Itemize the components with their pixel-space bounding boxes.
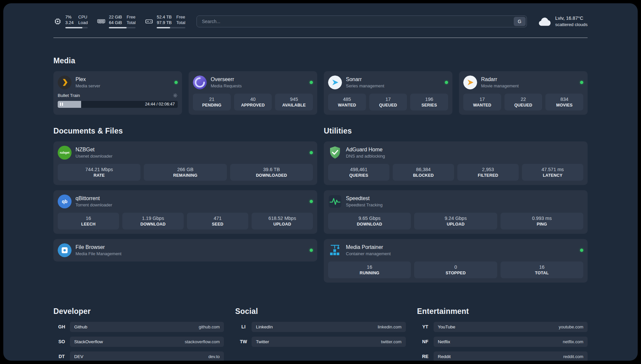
system-metrics: 7% 3.24 CPU Load — [53, 15, 185, 28]
bookmark-abbr: TW — [235, 339, 252, 344]
stat-tile: 945 AVAILABLE — [275, 94, 313, 110]
bookmark-name: LinkedIn — [256, 324, 273, 329]
service-card-filebrowser[interactable]: File Browser Media File Management — [53, 239, 317, 261]
service-card-qbittorrent[interactable]: qb qBittorrent Torrent downloader 16 — [53, 190, 317, 234]
bookmark-youtube[interactable]: YT YouTube youtube.com — [417, 322, 588, 332]
status-dot — [310, 200, 313, 203]
pause-icon[interactable] — [60, 103, 63, 106]
cpu-usage-fill — [65, 27, 82, 28]
section-title-social: Social — [235, 307, 406, 316]
stat-tile: 16 LEECH — [58, 213, 119, 229]
service-card-radarr[interactable]: Radarr Movie management 17 WANTED 22 QUE… — [459, 71, 588, 115]
bookmark-name: DEV — [74, 354, 83, 359]
bookmark-name: YouTube — [438, 324, 455, 329]
bookmark-linkedin[interactable]: LI LinkedIn linkedin.com — [235, 322, 406, 332]
stat-tile: 17 QUEUED — [369, 94, 407, 110]
section-title-media: Media — [53, 56, 588, 65]
stat-tile: 86,384 BLOCKED — [393, 164, 454, 181]
now-playing-title: Bullet Train — [58, 93, 80, 98]
app-name: Sonarr — [346, 76, 384, 82]
disk-total-label: Total — [176, 20, 185, 26]
disk-free-value: 52.4 TB — [157, 15, 171, 20]
playback-progress-bar[interactable]: 24:44 / 02:06:47 — [58, 101, 178, 108]
bookmark-abbr: SO — [53, 339, 70, 344]
service-card-speedtest[interactable]: Speedtest Speedtest Tracking 9.65 Gbps D… — [324, 190, 588, 234]
app-subtitle: Movie management — [481, 83, 519, 88]
cpu-label: CPU — [78, 15, 88, 20]
app-name: Overseerr — [211, 76, 242, 82]
ram-total-label: Total — [127, 20, 136, 26]
app-name: NZBGet — [76, 147, 112, 153]
bookmark-name: Twitter — [256, 339, 269, 344]
stat-tile: 40 APPROVED — [234, 94, 272, 110]
section-title-utilities: Utilities — [324, 127, 588, 136]
app-subtitle: DNS and adblocking — [346, 154, 385, 159]
disk-usage-fill — [157, 27, 170, 28]
stat-tile: 22 QUEUED — [504, 94, 542, 110]
bookmark-name: Reddit — [438, 354, 451, 359]
app-name: Speedtest — [346, 196, 382, 201]
plex-icon — [58, 76, 72, 89]
stat-tile: 834 MOVIES — [545, 94, 583, 110]
gear-icon[interactable] — [173, 93, 178, 98]
stat-tile: 2,953 FILTERED — [457, 164, 519, 181]
ram-free-label: Free — [127, 15, 136, 20]
bookmark-reddit[interactable]: RE Reddit reddit.com — [417, 351, 588, 361]
app-name: File Browser — [76, 244, 121, 250]
app-name: Plex — [76, 76, 100, 82]
service-card-overseerr[interactable]: Overseerr Media Requests 21 PENDING 40 A… — [189, 71, 317, 115]
bookmark-url: dev.to — [208, 354, 220, 359]
service-card-nzbget[interactable]: nzbget NZBGet Usenet downloader 744.21 M… — [53, 141, 317, 185]
service-card-sonarr[interactable]: Sonarr Series management 485 WANTED 17 Q… — [324, 71, 452, 115]
bookmark-twitter[interactable]: TW Twitter twitter.com — [235, 337, 406, 347]
search-engine-button[interactable]: G — [514, 17, 526, 26]
section-documents: Documents & Files nzbget NZBGet Usenet d… — [53, 127, 317, 261]
stat-tile: 16 RUNNING — [328, 261, 411, 278]
portainer-icon — [328, 243, 342, 257]
bookmark-abbr: GH — [53, 324, 70, 329]
bookmark-abbr: DT — [53, 354, 70, 359]
stat-tile: 21 PENDING — [193, 94, 231, 110]
weather-condition: scattered clouds — [555, 22, 588, 28]
bookmark-github[interactable]: GH Github github.com — [53, 322, 224, 332]
status-dot — [174, 81, 178, 84]
service-card-portainer[interactable]: Media Portainer Container management 16 … — [324, 239, 588, 283]
cloud-icon — [538, 16, 551, 26]
dashboard: 7% 3.24 CPU Load — [3, 3, 638, 361]
service-card-plex[interactable]: Plex Media server Bullet Train — [53, 71, 182, 115]
cpu-usage-bar — [65, 27, 88, 28]
ram-metric: 22 GiB 64 GiB Free Total — [97, 15, 136, 28]
disk-metric: 52.4 TB 97.9 TB Free Total — [145, 15, 185, 28]
nzbget-icon: nzbget — [58, 146, 72, 160]
stat-tile: 0.993 ms PING — [501, 213, 583, 229]
section-utilities: Utilities — [324, 127, 588, 283]
bookmark-stackoverflow[interactable]: SO StackOverflow stackoverflow.com — [53, 337, 224, 347]
app-subtitle: Usenet downloader — [76, 154, 112, 159]
app-subtitle: Media Requests — [211, 83, 242, 88]
bookmark-abbr: YT — [417, 324, 434, 329]
stat-tile: 498,461 QUERIES — [328, 164, 389, 181]
status-dot — [445, 81, 448, 84]
bookmark-abbr: NF — [417, 339, 434, 344]
app-subtitle: Torrent downloader — [76, 202, 112, 207]
section-social: Social LI LinkedIn linkedin.com TW Twitt… — [235, 307, 406, 361]
sonarr-icon — [328, 76, 342, 89]
disk-icon — [145, 17, 153, 26]
section-media: Media Plex Media server — [53, 56, 588, 115]
bookmark-dev[interactable]: DT DEV dev.to — [53, 351, 224, 361]
app-subtitle: Media File Management — [76, 251, 121, 256]
qbittorrent-icon: qb — [58, 195, 72, 208]
bookmark-abbr: LI — [235, 324, 252, 329]
bookmark-url: reddit.com — [563, 354, 583, 359]
bookmark-netflix[interactable]: NF Netflix netflix.com — [417, 337, 588, 347]
disk-usage-bar — [157, 27, 185, 28]
ram-icon — [97, 17, 106, 26]
service-card-adguard[interactable]: AdGuard Home DNS and adblocking 498,461 … — [324, 141, 588, 185]
app-name: qBittorrent — [76, 196, 112, 201]
stat-tile: 47.571 ms LATENCY — [522, 164, 583, 181]
weather-widget[interactable]: Lviv, 16.87°C scattered clouds — [538, 15, 588, 28]
search-input[interactable] — [198, 19, 513, 24]
status-dot — [310, 151, 313, 154]
bookmark-url: linkedin.com — [378, 324, 401, 329]
status-dot — [310, 81, 313, 84]
